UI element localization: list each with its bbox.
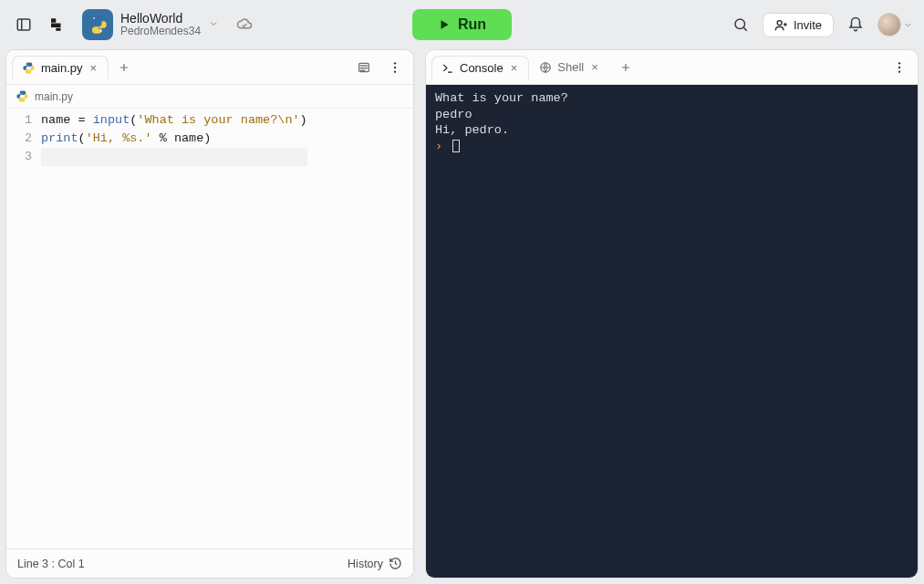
- shell-icon: [539, 61, 552, 74]
- repl-titles: HelloWorld PedroMendes34: [120, 11, 201, 38]
- invite-label: Invite: [794, 18, 822, 32]
- svg-point-19: [394, 62, 396, 64]
- line-gutter: 123: [6, 109, 41, 548]
- kebab-menu-icon[interactable]: [382, 55, 408, 80]
- header-left: HelloWorld PedroMendes34: [11, 5, 306, 44]
- main-split: main.py × main.py: [0, 49, 924, 584]
- repl-name: HelloWorld: [120, 11, 201, 26]
- code-area[interactable]: name = input('What is your name?\n')prin…: [41, 109, 307, 548]
- run-label: Run: [458, 16, 486, 33]
- console-tabs: Console × Shell ×: [426, 50, 918, 85]
- tab-shell[interactable]: Shell ×: [529, 55, 610, 79]
- breadcrumb-file: main.py: [35, 90, 73, 103]
- add-tab-button[interactable]: [112, 56, 136, 79]
- close-icon[interactable]: ×: [88, 61, 99, 75]
- notifications-icon[interactable]: [843, 12, 868, 37]
- run-button[interactable]: Run: [412, 9, 512, 40]
- console-line: What is your name?: [435, 90, 908, 107]
- header-center: Run: [314, 9, 609, 40]
- python-icon: [82, 9, 113, 40]
- svg-point-21: [394, 70, 396, 72]
- svg-point-6: [100, 30, 102, 32]
- cursor-position: Line 3 : Col 1: [17, 558, 85, 570]
- svg-point-20: [394, 66, 396, 68]
- invite-button[interactable]: Invite: [763, 13, 834, 37]
- svg-rect-3: [51, 24, 61, 28]
- console-pane: Console × Shell × What is your name?pedr…: [425, 49, 919, 579]
- tab-console[interactable]: Console ×: [431, 56, 529, 80]
- tab-label: Shell: [557, 60, 584, 74]
- console-output[interactable]: What is your name?pedroHi, pedro.›: [426, 85, 918, 578]
- history-icon: [389, 557, 402, 570]
- code-line[interactable]: name = input('What is your name?\n'): [41, 111, 307, 130]
- svg-rect-16: [360, 65, 368, 66]
- repl-owner: PedroMendes34: [120, 26, 201, 38]
- svg-rect-17: [360, 68, 368, 68]
- code-editor[interactable]: 123 name = input('What is your name?\n')…: [6, 109, 413, 548]
- tab-label: main.py: [41, 61, 83, 75]
- line-number: 3: [6, 148, 32, 166]
- svg-point-28: [898, 70, 900, 72]
- svg-rect-4: [56, 28, 60, 31]
- add-tab-button[interactable]: [614, 56, 638, 79]
- panel-layout-icon[interactable]: [351, 55, 377, 80]
- svg-marker-7: [441, 20, 448, 28]
- svg-point-5: [93, 17, 95, 19]
- app-header: HelloWorld PedroMendes34 Run Invite: [0, 0, 924, 49]
- close-icon[interactable]: ×: [509, 61, 520, 75]
- search-icon[interactable]: [728, 12, 753, 37]
- svg-point-8: [735, 19, 745, 29]
- console-prompt[interactable]: ›: [435, 139, 908, 155]
- svg-point-10: [777, 20, 782, 25]
- line-number: 2: [6, 130, 32, 148]
- play-icon: [438, 18, 451, 31]
- line-number: 1: [6, 111, 32, 130]
- python-file-icon: [22, 61, 36, 75]
- header-right: Invite: [618, 12, 913, 37]
- svg-point-26: [898, 62, 900, 64]
- history-label: History: [348, 558, 383, 570]
- editor-tabs: main.py ×: [6, 50, 413, 85]
- kebab-menu-icon[interactable]: [887, 55, 912, 80]
- editor-statusbar: Line 3 : Col 1 History: [6, 548, 413, 578]
- avatar: [877, 13, 901, 36]
- deploy-status-icon[interactable]: [232, 12, 257, 37]
- breadcrumb: main.py: [6, 85, 413, 109]
- svg-line-9: [743, 27, 746, 30]
- tab-main-py[interactable]: main.py ×: [12, 56, 109, 80]
- console-line: Hi, pedro.: [435, 122, 908, 139]
- close-icon[interactable]: ×: [589, 60, 600, 74]
- code-line[interactable]: print('Hi, %s.' % name): [41, 130, 307, 148]
- svg-rect-0: [17, 19, 30, 30]
- account-menu[interactable]: [877, 13, 913, 36]
- svg-rect-2: [51, 18, 56, 23]
- svg-point-27: [898, 66, 900, 68]
- editor-pane: main.py × main.py: [5, 49, 414, 579]
- svg-rect-18: [360, 69, 365, 70]
- tab-label: Console: [460, 61, 504, 75]
- code-line[interactable]: [41, 148, 307, 166]
- sidebar-toggle-icon[interactable]: [11, 12, 36, 37]
- repl-info[interactable]: HelloWorld PedroMendes34: [77, 5, 224, 44]
- cursor-icon: [452, 140, 460, 152]
- add-user-icon: [774, 18, 788, 32]
- replit-logo-icon[interactable]: [44, 12, 69, 37]
- console-line: pedro: [435, 107, 908, 123]
- terminal-icon: [441, 62, 454, 75]
- chevron-down-icon: [903, 20, 913, 30]
- chevron-down-icon[interactable]: [208, 16, 219, 33]
- history-button[interactable]: History: [348, 557, 402, 570]
- python-file-icon: [16, 89, 29, 103]
